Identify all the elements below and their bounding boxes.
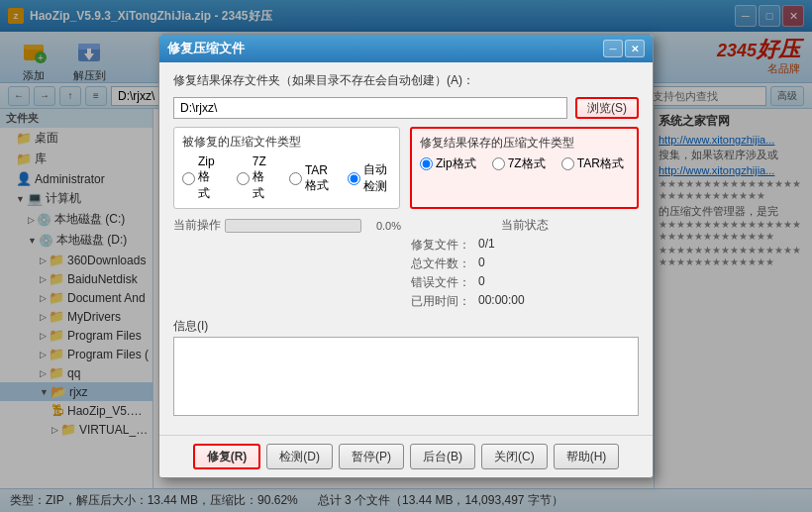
- source-type-label: 被修复的压缩文件类型: [182, 134, 391, 151]
- result-type-radios: Zip格式 7Z格式 TAR格式: [420, 155, 629, 172]
- current-op-label: 当前操作: [173, 217, 221, 234]
- current-op-area: 当前操作 0.0%: [173, 217, 401, 312]
- status-label-2: 错误文件：: [411, 274, 470, 291]
- status-grid: 修复文件： 0/1 总文件数： 0 错误文件： 0: [411, 237, 639, 310]
- status-row-0: 修复文件： 0/1: [411, 237, 639, 254]
- close-modal-button[interactable]: 关闭(C): [481, 444, 548, 469]
- result-zip-radio[interactable]: Zip格式: [420, 155, 476, 172]
- status-label-0: 修复文件：: [411, 237, 470, 254]
- source-7z-label: 7Z格式: [253, 154, 273, 202]
- result-type-section: 修复结果保存的压缩文件类型 Zip格式 7Z格式: [410, 127, 639, 209]
- status-label-3: 已用时间：: [411, 293, 470, 310]
- browse-button[interactable]: 浏览(S): [575, 97, 639, 119]
- result-7z-label: 7Z格式: [508, 155, 546, 172]
- type-sections: 被修复的压缩文件类型 Zip格式 7Z格式: [173, 127, 639, 209]
- status-row-3: 已用时间： 00:00:00: [411, 293, 639, 310]
- modal-title-bar: 修复压缩文件 ─ ✕: [159, 35, 653, 62]
- source-zip-label: Zip格式: [198, 154, 221, 202]
- source-tar-radio[interactable]: TAR格式: [289, 163, 332, 194]
- save-folder-input-row: 浏览(S): [173, 97, 639, 119]
- status-val-2: 0: [478, 274, 485, 291]
- modal-overlay: 修复压缩文件 ─ ✕ 修复结果保存文件夹（如果目录不存在会自动创建）(A)： 浏…: [0, 0, 812, 512]
- modal-controls: ─ ✕: [603, 40, 645, 57]
- detect-button[interactable]: 检测(D): [266, 444, 333, 469]
- modal-body: 修复结果保存文件夹（如果目录不存在会自动创建）(A)： 浏览(S) 被修复的压缩…: [159, 62, 653, 435]
- result-type-label: 修复结果保存的压缩文件类型: [420, 135, 629, 152]
- op-status-area: 当前操作 0.0% 当前状态 修复文件：: [173, 217, 639, 312]
- result-tar-radio[interactable]: TAR格式: [561, 155, 624, 172]
- info-section: 信息(I): [173, 318, 639, 419]
- source-zip-radio[interactable]: Zip格式: [182, 154, 221, 202]
- background-button[interactable]: 后台(B): [410, 444, 475, 469]
- info-label: 信息(I): [173, 318, 639, 335]
- status-area: 当前状态 修复文件： 0/1 总文件数： 0 错误文件：: [411, 217, 639, 312]
- modal-minimize-btn[interactable]: ─: [603, 40, 623, 57]
- source-7z-radio[interactable]: 7Z格式: [237, 154, 273, 202]
- modal-footer: 修复(R) 检测(D) 暂停(P) 后台(B) 关闭(C) 帮助(H): [159, 435, 653, 477]
- current-status-label: 当前状态: [411, 217, 639, 234]
- source-auto-radio[interactable]: 自动检测: [348, 161, 391, 195]
- status-val-3: 00:00:00: [478, 293, 525, 310]
- source-auto-label: 自动检测: [363, 161, 391, 195]
- save-folder-row: 修复结果保存文件夹（如果目录不存在会自动创建）(A)：: [173, 72, 639, 89]
- save-folder-input[interactable]: [173, 97, 567, 119]
- repair-button[interactable]: 修复(R): [193, 444, 261, 469]
- result-zip-label: Zip格式: [436, 155, 476, 172]
- progress-bar-container: [225, 219, 361, 233]
- repair-modal: 修复压缩文件 ─ ✕ 修复结果保存文件夹（如果目录不存在会自动创建）(A)： 浏…: [158, 34, 654, 478]
- progress-pct: 0.0%: [365, 220, 401, 232]
- result-tar-label: TAR格式: [577, 155, 624, 172]
- source-type-radios: Zip格式 7Z格式 TAR格式: [182, 154, 391, 202]
- modal-close-btn[interactable]: ✕: [625, 40, 645, 57]
- source-tar-label: TAR格式: [305, 163, 332, 194]
- status-label-1: 总文件数：: [411, 256, 470, 272]
- status-val-0: 0/1: [478, 237, 495, 254]
- modal-title: 修复压缩文件: [167, 40, 245, 57]
- info-textarea[interactable]: [173, 337, 639, 416]
- save-folder-label: 修复结果保存文件夹（如果目录不存在会自动创建）(A)：: [173, 72, 474, 89]
- current-op-row: 当前操作 0.0%: [173, 217, 401, 234]
- status-row-2: 错误文件： 0: [411, 274, 639, 291]
- result-7z-radio[interactable]: 7Z格式: [492, 155, 546, 172]
- status-row-1: 总文件数： 0: [411, 256, 639, 272]
- app-window: Z HaoZip_V5.9.3_XiTongZhiJia.zip - 2345好…: [0, 0, 812, 512]
- pause-button[interactable]: 暂停(P): [339, 444, 404, 469]
- source-type-section: 被修复的压缩文件类型 Zip格式 7Z格式: [173, 127, 400, 209]
- help-button[interactable]: 帮助(H): [554, 444, 620, 469]
- status-val-1: 0: [478, 256, 485, 272]
